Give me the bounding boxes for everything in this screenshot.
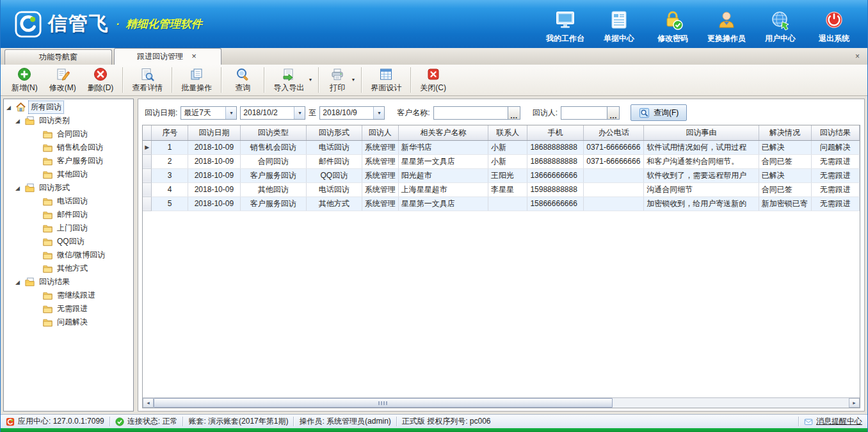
toolbar-button-label: 关闭(C) (420, 83, 446, 93)
tree-expander-icon[interactable] (13, 185, 22, 191)
cell: 李星星 (488, 182, 527, 196)
cell: 问题解决 (811, 140, 859, 154)
table-row-4[interactable]: 42018-10-09其他回访电话回访系统管理上海星星超市李星星15988888… (143, 182, 860, 196)
toolbar-query-button[interactable]: 查询 (225, 66, 261, 95)
dropdown-arrow-icon[interactable] (351, 77, 355, 82)
tree-item-1-0[interactable]: 电话回访 (4, 195, 133, 208)
tab-label: 功能导航窗 (39, 52, 77, 63)
nav-user-center[interactable]: 用户中心 (753, 0, 807, 48)
header-nav: 我的工作台单据中心修改密码更换操作员用户中心退出系统 (538, 0, 861, 48)
toolbar-print-button[interactable]: 打印 (322, 66, 358, 95)
tree-item-1-2[interactable]: 上门回访 (4, 221, 133, 235)
tree-item-0-0[interactable]: 合同回访 (4, 127, 133, 141)
column-header-10[interactable]: 解决情况 (759, 125, 811, 140)
table-row-5[interactable]: 52018-10-09客户服务回访其他方式系统管理星星第一文具店15866666… (143, 196, 860, 211)
column-header-0[interactable]: 序号 (152, 125, 188, 140)
query-button[interactable]: 查询(F) (631, 104, 687, 121)
cell: 15866666666 (527, 196, 584, 211)
toolbar-edit-button[interactable]: 修改(M) (44, 66, 82, 95)
tree-item-2-1[interactable]: 无需跟进 (4, 302, 133, 316)
column-header-4[interactable]: 回访人 (362, 125, 398, 140)
scroll-left-button[interactable] (143, 398, 154, 408)
table-row-1[interactable]: 12018-10-09销售机会回访电话回访系统管理新华书店小新186888888… (143, 140, 860, 154)
tree-group-0[interactable]: 回访类别 (4, 114, 133, 127)
date-preset-combo[interactable]: 最近7天 (181, 106, 237, 120)
tree-item-2-2[interactable]: 问题解决 (4, 316, 133, 329)
date-from-combo[interactable]: 2018/10/2 (240, 106, 305, 120)
scroll-track[interactable] (154, 398, 849, 408)
tree-item-0-1[interactable]: 销售机会回访 (4, 141, 133, 154)
column-header-8[interactable]: 办公电话 (584, 125, 644, 140)
dropdown-arrow-icon[interactable] (308, 77, 312, 82)
toolbar-view-detail-button[interactable]: 查看详情 (126, 66, 168, 95)
tree-item-1-3[interactable]: QQ回访 (4, 235, 133, 248)
tree-expander-icon[interactable] (4, 104, 13, 111)
tree-group-2[interactable]: 回访结果 (4, 275, 133, 289)
tab-area-close-button[interactable] (853, 52, 862, 61)
toolbar-add-button[interactable]: 新增(N) (6, 66, 44, 95)
tree-expander-icon[interactable] (13, 279, 22, 285)
column-header-7[interactable]: 手机 (527, 125, 584, 140)
scroll-right-button[interactable] (849, 398, 860, 408)
column-header-9[interactable]: 回访事由 (644, 125, 759, 140)
scroll-thumb[interactable] (154, 398, 613, 408)
customer-name-input[interactable] (433, 106, 508, 120)
toolbar-ui-design-button[interactable]: 界面设计 (365, 66, 407, 95)
visitor-input[interactable] (561, 106, 607, 120)
customer-name-browse-button[interactable] (508, 106, 520, 120)
combo-arrow-icon[interactable] (294, 107, 305, 119)
visitor-input-group (561, 106, 620, 120)
tree-item-1-1[interactable]: 邮件回访 (4, 208, 133, 221)
cell: 2 (152, 154, 188, 168)
table-row-3[interactable]: 32018-10-09客户服务回访QQ回访系统管理阳光超市王阳光13666666… (143, 168, 860, 182)
tree-item-0-3[interactable]: 其他回访 (4, 168, 133, 181)
toolbar-button-label: 打印 (330, 83, 345, 93)
tab-close-icon[interactable] (189, 52, 198, 61)
combo-arrow-icon[interactable] (225, 107, 236, 119)
cell: 电话回访 (306, 182, 362, 196)
data-grid: 序号回访日期回访类型回访形式回访人相关客户名称联系人手机办公电话回访事由解决情况… (142, 125, 860, 408)
brand: 信管飞 · 精细化管理软件 (15, 0, 202, 48)
nav-my-workspace[interactable]: 我的工作台 (538, 0, 592, 48)
column-header-6[interactable]: 联系人 (488, 125, 527, 140)
tree-root-all-visits[interactable]: 所有回访 (4, 100, 133, 114)
tree-item-0-2[interactable]: 客户服务回访 (4, 154, 133, 168)
search-icon (639, 108, 650, 118)
column-header-1[interactable]: 回访日期 (188, 125, 241, 140)
column-header-11[interactable]: 回访结果 (811, 125, 859, 140)
toolbar-close-button[interactable]: 关闭(C) (414, 66, 452, 95)
tab-function-nav[interactable]: 功能导航窗 (4, 49, 112, 65)
cell: 无需跟进 (811, 154, 859, 168)
nav-document-center[interactable]: 单据中心 (592, 0, 646, 48)
tree-item-1-5[interactable]: 其他方式 (4, 262, 133, 275)
status-message-center[interactable]: 消息提醒中心 (804, 416, 862, 427)
table-row-2[interactable]: 22018-10-09合同回访邮件回访系统管理星星第一文具店小新18688888… (143, 154, 860, 168)
status-text: 应用中心: 127.0.0.1:7099 (18, 416, 104, 427)
visitor-browse-button[interactable] (607, 106, 620, 120)
column-header-5[interactable]: 相关客户名称 (398, 125, 488, 140)
tree-group-1[interactable]: 回访形式 (4, 181, 133, 195)
cell: 18688888888 (527, 140, 584, 154)
cell: 无需跟进 (811, 196, 859, 211)
main-panel: 回访日期: 最近7天 2018/10/2 至 2018/10/9 客户名称: (138, 99, 865, 412)
horizontal-scrollbar[interactable] (143, 397, 860, 408)
tree-item-2-0[interactable]: 需继续跟进 (4, 289, 133, 302)
tree-label: 无需跟进 (55, 303, 90, 315)
toolbar-import-export-button[interactable]: 导入导出 (268, 66, 315, 95)
status-text: 消息提醒中心 (816, 416, 862, 427)
toolbar-batch-operation-button[interactable]: 批量操作 (175, 66, 218, 95)
nav-switch-operator[interactable]: 更换操作员 (700, 0, 753, 48)
toolbar-separator (318, 67, 319, 93)
tree-expander-icon[interactable] (13, 118, 22, 124)
toolbar-delete-button[interactable]: 删除(D) (82, 66, 120, 95)
column-header-3[interactable]: 回访形式 (306, 125, 362, 140)
combo-arrow-icon[interactable] (373, 107, 384, 119)
date-to-combo[interactable]: 2018/10/9 (319, 106, 385, 120)
nav-exit-system[interactable]: 退出系统 (807, 0, 861, 48)
tab-follow-up-visit[interactable]: 跟进回访管理 (114, 48, 221, 65)
column-header-2[interactable]: 回访类型 (240, 125, 306, 140)
exit-icon (823, 9, 845, 31)
query-button-label: 查询(F) (654, 108, 679, 118)
tree-item-1-4[interactable]: 微信/微博回访 (4, 248, 133, 262)
nav-change-password[interactable]: 修改密码 (646, 0, 700, 48)
